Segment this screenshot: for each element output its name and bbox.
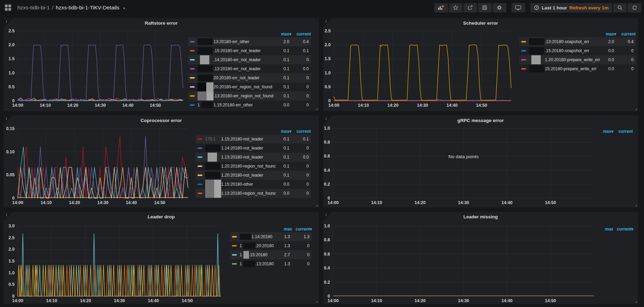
series-color-dash[interactable] bbox=[190, 59, 195, 60]
series-color-dash[interactable] bbox=[198, 165, 202, 167]
legend-row[interactable]: 1.15:201802.70 bbox=[230, 250, 312, 259]
legend-row[interactable]: 20:20180-err_not_leader0.10 bbox=[188, 73, 311, 82]
legend-row[interactable]: .13:20180-err_not_leader0.10.0 bbox=[188, 64, 311, 73]
legend-header-max[interactable]: max▾ bbox=[602, 32, 616, 37]
series-color-dash[interactable] bbox=[198, 193, 202, 194]
series-label[interactable]: 20:20180-err_not_leader bbox=[214, 75, 275, 80]
series-color-dash[interactable] bbox=[190, 50, 195, 51]
series-label[interactable]: .13:20180 bbox=[255, 261, 276, 266]
svg-text:1.0: 1.0 bbox=[325, 71, 331, 75]
legend-header-current[interactable]: current▾ bbox=[296, 227, 312, 232]
series-label[interactable]: 1.15:20180-not_leader bbox=[221, 137, 275, 142]
legend-row[interactable]: 11.15:20180-err_other0.00 bbox=[188, 100, 311, 110]
legend-header-current[interactable]: current bbox=[295, 129, 311, 134]
legend-row[interactable]: 1.14:20180-not_leader0.10 bbox=[195, 144, 311, 153]
series-max-value: 0.1 bbox=[275, 48, 289, 53]
legend-row[interactable]: .15:20180-snapshot_err0.00 bbox=[519, 46, 636, 55]
series-color-dash[interactable] bbox=[232, 254, 237, 256]
series-color-dash[interactable] bbox=[190, 104, 195, 106]
series-color-dash[interactable] bbox=[198, 147, 202, 149]
series-label[interactable]: 1.13:20180-not_leader bbox=[221, 155, 275, 160]
legend-header-current[interactable]: current bbox=[617, 129, 633, 134]
legend-row[interactable]: 1.20:201801.30 bbox=[230, 241, 312, 250]
legend-row[interactable]: 1.20:20180-region_not_found0.10 bbox=[195, 162, 311, 171]
series-label[interactable]: 1.15:20180-err_other bbox=[214, 103, 275, 107]
series-color-dash[interactable] bbox=[232, 263, 237, 265]
svg-text:0.4: 0.4 bbox=[324, 168, 330, 173]
legend-row[interactable]: 1.15:20180-other0.00 bbox=[195, 180, 311, 189]
svg-text:14:50: 14:50 bbox=[154, 200, 165, 205]
legend-row[interactable]: .15:20180-err_not_leader0.10.1 bbox=[188, 46, 311, 55]
series-color-dash[interactable] bbox=[190, 41, 195, 42]
series-label[interactable]: 1.14:20180 bbox=[251, 234, 276, 239]
legend-header-max[interactable]: max▾ bbox=[277, 129, 291, 134]
redacted-block bbox=[198, 56, 200, 64]
series-label[interactable]: 13:20180-err_other bbox=[214, 39, 275, 44]
series-color-dash[interactable] bbox=[232, 245, 237, 247]
legend-row[interactable]: 1.13:20180-not_leader0.10.0 bbox=[195, 153, 311, 162]
redacted-block bbox=[198, 82, 206, 91]
legend-header-current[interactable]: current bbox=[620, 32, 636, 37]
legend-row[interactable]: 1.14:201801.31.3 bbox=[230, 232, 312, 241]
legend-row[interactable]: .13:20180-snapshot_err2.00.4 bbox=[519, 37, 636, 46]
svg-text:14:40: 14:40 bbox=[122, 103, 134, 108]
legend-header-current[interactable]: current bbox=[295, 32, 311, 37]
series-current-value: 0 bbox=[293, 173, 309, 178]
svg-text:2.5: 2.5 bbox=[9, 29, 15, 33]
legend-header-max[interactable]: max▾ bbox=[277, 32, 291, 37]
svg-text:14:20: 14:20 bbox=[80, 298, 91, 303]
legend-row[interactable]: .13:20180-err_region_not_found0.10 bbox=[188, 91, 311, 100]
series-color-dash[interactable] bbox=[190, 95, 195, 97]
series-color-dash[interactable] bbox=[198, 138, 202, 140]
panel-scheduler-error: iScheduler error00.51.01.52.02.514:0014:… bbox=[323, 18, 638, 111]
series-label[interactable]: .15:20180-snapshot_err bbox=[545, 48, 600, 53]
series-color-dash[interactable] bbox=[521, 41, 526, 42]
series-label[interactable]: 1.14:20180-not_leader bbox=[221, 146, 275, 151]
series-label[interactable]: .15:20180-err_not_leader bbox=[214, 48, 275, 53]
redacted-block bbox=[531, 55, 541, 64]
legend-row[interactable]: 1.13:201801.30 bbox=[230, 259, 312, 268]
series-color-dash[interactable] bbox=[190, 68, 195, 70]
legend-row[interactable]: 13:20180-err_other2.00.4 bbox=[188, 37, 311, 46]
series-color-dash[interactable] bbox=[190, 86, 195, 88]
svg-text:14:00: 14:00 bbox=[12, 103, 23, 108]
series-label[interactable]: 15:20180-prepare_write_err bbox=[545, 66, 600, 71]
legend-header-max[interactable]: max bbox=[599, 227, 613, 232]
legend-header-max[interactable]: max bbox=[278, 227, 292, 232]
series-current-value: 0 bbox=[293, 243, 309, 248]
series-color-dash[interactable] bbox=[521, 50, 526, 51]
legend-header-max[interactable]: max▾ bbox=[599, 129, 613, 134]
series-label[interactable]: .13:20180-err_not_leader bbox=[214, 66, 275, 71]
legend-row[interactable]: 20:20180-err_region_not_found0.10 bbox=[188, 82, 311, 91]
legend-row[interactable]: .14:20180-err_not_leader0.10 bbox=[188, 55, 311, 64]
series-label[interactable]: 20:20180-err_region_not_found bbox=[214, 84, 275, 89]
series-label[interactable]: 1.20:20180-not_leader bbox=[221, 173, 275, 178]
series-label[interactable]: .15:20180 bbox=[249, 252, 276, 257]
series-label[interactable]: .14:20180-err_not_leader bbox=[214, 57, 275, 62]
legend-header-current[interactable]: current▾ bbox=[617, 227, 633, 232]
legend-row[interactable]: 173.11.15:20180-not_leader0.10.1 bbox=[195, 135, 311, 144]
series-label[interactable]: .13:20180-snapshot_err bbox=[545, 39, 600, 44]
series-color-dash[interactable] bbox=[190, 77, 195, 79]
series-color-dash[interactable] bbox=[232, 236, 237, 237]
series-label[interactable]: .20:20180 bbox=[255, 243, 276, 248]
svg-text:14:50: 14:50 bbox=[545, 200, 556, 205]
series-color-dash[interactable] bbox=[198, 184, 202, 185]
svg-text:0.5: 0.5 bbox=[325, 84, 331, 89]
legend-row[interactable]: 1.20:20180-prepare_write_err0.00 bbox=[519, 55, 636, 64]
legend-row[interactable]: 15:20180-prepare_write_err0.00 bbox=[519, 64, 636, 73]
series-label[interactable]: 1.15:20180-other bbox=[221, 182, 275, 187]
series-color-dash[interactable] bbox=[521, 68, 526, 70]
series-color-dash[interactable] bbox=[198, 175, 202, 176]
series-color-dash[interactable] bbox=[198, 156, 202, 158]
legend-row[interactable]: 1.13:20180-region_not_found0.00 bbox=[195, 189, 311, 198]
legend-row[interactable]: 1.20:20180-not_leader0.10 bbox=[195, 171, 311, 180]
series-label[interactable]: 1.13:20180-region_not_found bbox=[221, 191, 275, 196]
series-label[interactable]: .13:20180-err_region_not_found bbox=[214, 94, 275, 98]
series-current-value: 0 bbox=[293, 191, 309, 196]
svg-text:0.8: 0.8 bbox=[324, 237, 330, 242]
series-label[interactable]: 1.20:20180-region_not_found bbox=[221, 164, 275, 169]
redacted-block bbox=[205, 145, 220, 152]
series-color-dash[interactable] bbox=[521, 59, 526, 60]
series-label[interactable]: 1.20:20180-prepare_write_err bbox=[545, 57, 600, 62]
